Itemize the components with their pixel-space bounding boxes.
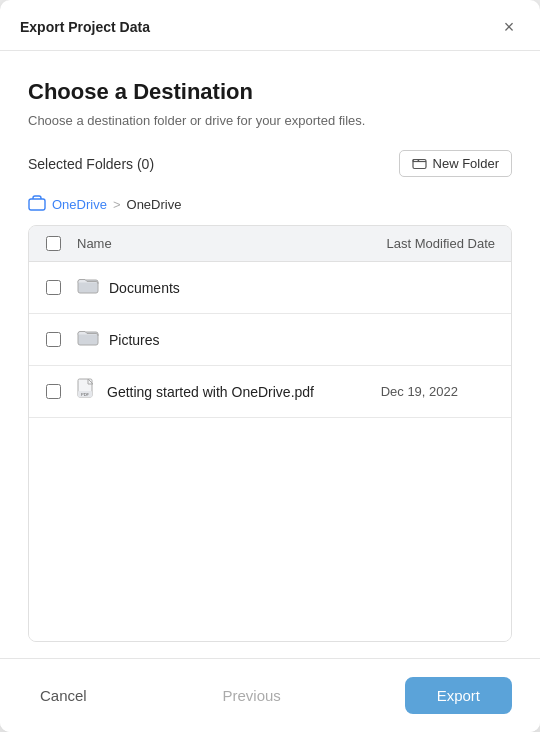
pdf-icon: PDF [77,378,97,405]
breadcrumb-current: OneDrive [127,197,182,212]
row-checkbox-pictures[interactable] [46,332,61,347]
page-subtitle: Choose a destination folder or drive for… [28,113,512,128]
new-folder-label: New Folder [433,156,499,171]
dialog-body: Choose a Destination Choose a destinatio… [0,51,540,658]
column-name-header: Name [77,236,351,251]
export-button[interactable]: Export [405,677,512,714]
breadcrumb-link[interactable]: OneDrive [52,197,107,212]
table-row: PDF Getting started with OneDrive.pdf De… [29,366,511,418]
new-folder-icon [412,156,427,171]
selected-folders-label: Selected Folders (0) [28,156,154,172]
file-name-pictures: Pictures [109,332,160,348]
file-name-documents: Documents [109,280,180,296]
row-checkbox-pdf[interactable] [46,384,61,399]
folder-icon [77,274,99,301]
breadcrumb-separator: > [113,197,121,212]
table-row: Documents [29,262,511,314]
file-table: Name Last Modified Date Documents [28,225,512,642]
empty-area [29,418,511,641]
previous-button[interactable]: Previous [210,679,292,712]
dialog-title: Export Project Data [20,19,150,35]
onedrive-icon [28,195,46,213]
row-checkbox-cell [29,384,77,399]
row-checkbox-cell [29,280,77,295]
svg-rect-0 [413,160,426,169]
select-all-checkbox[interactable] [46,236,61,251]
column-date-header: Last Modified Date [351,236,511,251]
svg-rect-1 [29,199,45,210]
file-name-pdf: Getting started with OneDrive.pdf [107,384,314,400]
table-row: Pictures [29,314,511,366]
toolbar: Selected Folders (0) New Folder [28,150,512,177]
new-folder-button[interactable]: New Folder [399,150,512,177]
row-checkbox-documents[interactable] [46,280,61,295]
row-checkbox-cell [29,332,77,347]
header-checkbox-cell [29,236,77,251]
cancel-button[interactable]: Cancel [28,679,99,712]
folder-icon [77,326,99,353]
dialog-footer: Cancel Previous Export [0,658,540,732]
file-date-pdf: Dec 19, 2022 [314,384,474,399]
breadcrumb-drive-icon [28,195,46,213]
export-dialog: Export Project Data × Choose a Destinati… [0,0,540,732]
close-button[interactable]: × [498,16,520,38]
breadcrumb: OneDrive > OneDrive [28,187,512,221]
table-header: Name Last Modified Date [29,226,511,262]
page-title: Choose a Destination [28,79,512,105]
svg-text:PDF: PDF [81,392,90,397]
dialog-header: Export Project Data × [0,0,540,51]
